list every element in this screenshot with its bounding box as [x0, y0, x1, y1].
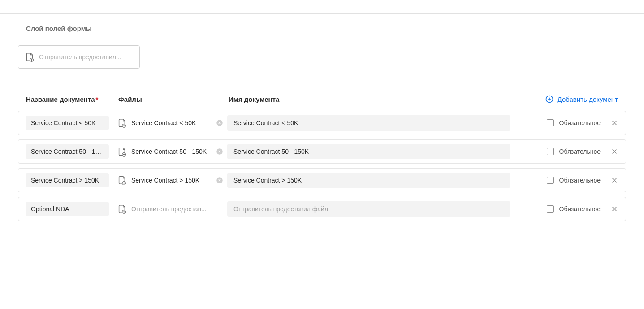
remove-row-icon[interactable]	[610, 176, 618, 184]
table-header: Название документа* Файлы Имя документа …	[18, 95, 626, 108]
file-label: Отправитель предостав...	[131, 205, 211, 213]
divider	[18, 39, 626, 39]
document-name-input[interactable]	[227, 173, 510, 188]
form-layer-placeholder: Отправитель предоставил...	[39, 53, 121, 61]
required-checkbox[interactable]	[547, 119, 554, 126]
clear-file-icon[interactable]	[216, 176, 224, 184]
form-layer-dropzone[interactable]: Отправитель предоставил...	[18, 45, 140, 69]
document-name-input[interactable]	[227, 115, 510, 131]
document-add-icon[interactable]	[117, 146, 127, 157]
file-label: Service Contract > 150K	[131, 177, 211, 184]
document-add-icon	[25, 52, 35, 62]
column-name: Название документа*	[26, 96, 118, 103]
document-row: Service Contract < 50K Service Contract …	[18, 111, 626, 135]
required-checkbox[interactable]	[547, 205, 554, 213]
document-row: Service Contract 50 - 15... Service Cont…	[18, 139, 626, 164]
plus-circle-icon	[545, 95, 554, 104]
document-row: Service Contract > 150K Service Contract…	[18, 168, 626, 192]
file-label: Service Contract 50 - 150K	[131, 148, 211, 155]
column-files: Файлы	[118, 96, 229, 103]
remove-row-icon[interactable]	[610, 119, 618, 127]
remove-row-icon[interactable]	[610, 205, 618, 213]
document-add-icon[interactable]	[117, 118, 127, 128]
required-label: Обязательное	[559, 177, 601, 184]
document-row: Optional NDA Отправитель предостав... Об…	[18, 197, 626, 221]
required-label: Обязательное	[559, 148, 601, 155]
required-label: Обязательное	[559, 205, 601, 213]
document-name-chip[interactable]: Service Contract > 150K	[26, 173, 109, 187]
document-name-chip[interactable]: Service Contract < 50K	[26, 116, 109, 130]
column-docname: Имя документа	[229, 96, 545, 103]
document-name-input[interactable]	[227, 144, 510, 159]
add-document-button[interactable]: Добавить документ	[545, 95, 618, 104]
clear-file-icon[interactable]	[216, 119, 224, 127]
clear-file-icon[interactable]	[216, 148, 224, 156]
file-label: Service Contract < 50K	[131, 119, 211, 126]
required-checkbox[interactable]	[547, 148, 554, 155]
document-name-chip[interactable]: Service Contract 50 - 15...	[26, 144, 109, 159]
document-name-input[interactable]	[227, 201, 510, 217]
required-label: Обязательное	[559, 119, 601, 126]
required-star: *	[96, 96, 99, 103]
section-title: Слой полей формы	[18, 14, 626, 39]
document-add-icon[interactable]	[117, 204, 127, 214]
required-checkbox[interactable]	[547, 177, 554, 184]
document-add-icon[interactable]	[117, 175, 127, 186]
document-name-chip[interactable]: Optional NDA	[26, 202, 109, 216]
remove-row-icon[interactable]	[610, 148, 618, 156]
